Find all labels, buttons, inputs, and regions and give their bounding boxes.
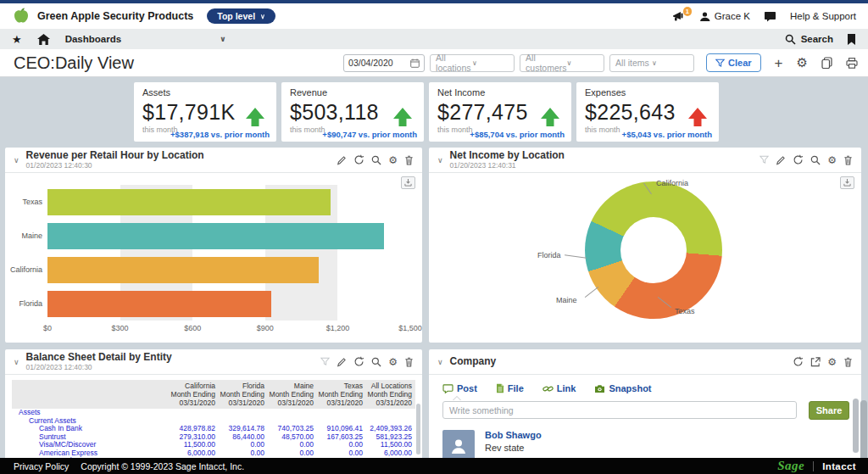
add-component-button[interactable]: +	[775, 56, 783, 70]
account-value[interactable]: 0.00	[268, 449, 317, 458]
kpi-card-net-income[interactable]: Net Income $277,475 this month +$85,704 …	[429, 82, 571, 142]
copy-dashboard-icon[interactable]	[821, 57, 832, 69]
settings-gear-icon[interactable]: ⚙	[388, 356, 398, 368]
delete-trash-icon[interactable]	[404, 155, 414, 165]
kpi-card-assets[interactable]: Assets $17,791K this month +$387,918 vs.…	[134, 82, 276, 142]
account-value[interactable]	[366, 409, 415, 417]
locations-filter-select[interactable]: All locations ∨	[430, 54, 515, 72]
account-value[interactable]: 428,978.82	[170, 425, 219, 433]
account-value[interactable]: 0.00	[268, 441, 317, 449]
settings-gear-icon[interactable]: ⚙	[827, 154, 837, 166]
account-value[interactable]: 0.00	[317, 441, 366, 449]
customers-filter-select[interactable]: All customers ∨	[520, 54, 604, 72]
account-value[interactable]: 167,603.25	[317, 433, 366, 442]
account-value[interactable]: 11,500.00	[170, 441, 219, 449]
bar-maine[interactable]	[47, 223, 384, 249]
account-value[interactable]: 329,614.78	[219, 425, 268, 433]
refresh-icon[interactable]	[353, 154, 364, 165]
announcements-icon[interactable]: 1	[672, 10, 686, 22]
home-icon[interactable]	[37, 34, 50, 45]
account-value[interactable]	[366, 417, 415, 426]
date-input[interactable]: 03/04/2020	[343, 54, 425, 72]
bookmark-icon[interactable]	[847, 34, 856, 45]
share-button[interactable]: Share	[809, 401, 849, 420]
favorites-star-icon[interactable]: ★	[12, 33, 22, 46]
account-value[interactable]	[268, 409, 317, 417]
refresh-icon[interactable]	[793, 356, 804, 367]
filter-funnel-icon[interactable]	[320, 357, 330, 366]
donut-chart[interactable]	[585, 181, 722, 319]
chat-icon[interactable]	[764, 11, 776, 22]
zoom-magnifier-icon[interactable]	[371, 357, 381, 367]
account-value[interactable]	[170, 417, 219, 426]
zoom-magnifier-icon[interactable]	[810, 155, 821, 165]
account-value[interactable]	[170, 409, 219, 417]
bar-florida[interactable]	[47, 291, 271, 317]
account-value[interactable]: 11,500.00	[366, 441, 415, 449]
edit-pencil-icon[interactable]	[776, 155, 786, 165]
account-label-link[interactable]: American Express	[12, 449, 170, 458]
account-label-link[interactable]: Current Assets	[12, 417, 170, 426]
table-scrollbar[interactable]	[416, 404, 420, 454]
entity-selector-button[interactable]: Top level ∨	[207, 8, 275, 24]
account-value[interactable]: 86,440.00	[219, 433, 268, 442]
kpi-card-expenses[interactable]: Expenses $225,643 this month +$5,043 vs.…	[576, 82, 719, 142]
edit-pencil-icon[interactable]	[337, 357, 347, 367]
items-filter-select[interactable]: All items ∨	[609, 54, 694, 72]
settings-gear-icon[interactable]: ⚙	[388, 154, 398, 166]
account-value[interactable]	[268, 417, 317, 426]
help-support-link[interactable]: Help & Support	[790, 11, 856, 21]
account-value[interactable]: 740,703.25	[268, 425, 317, 433]
account-value[interactable]: 2,409,393.26	[366, 425, 415, 433]
refresh-icon[interactable]	[793, 154, 804, 165]
collapse-chevron-icon[interactable]: ∨	[14, 358, 19, 366]
account-value[interactable]: 6,000.00	[366, 449, 415, 458]
account-value[interactable]: 910,096.41	[317, 425, 366, 433]
bar-texas[interactable]	[47, 189, 331, 215]
edit-pencil-icon[interactable]	[337, 155, 347, 165]
feed-author-link[interactable]: Bob Shawgo	[485, 430, 542, 440]
account-value[interactable]: 581,923.25	[366, 433, 415, 442]
tab-snapshot[interactable]: Snapshot	[594, 383, 651, 393]
user-menu[interactable]: Grace K	[699, 11, 750, 22]
account-label-link[interactable]: Cash In Bank	[12, 425, 170, 433]
write-something-input[interactable]	[442, 401, 797, 419]
download-chart-icon[interactable]	[840, 176, 854, 189]
account-value[interactable]	[317, 417, 366, 426]
settings-gear-icon[interactable]: ⚙	[797, 55, 808, 70]
delete-trash-icon[interactable]	[843, 357, 853, 367]
account-value[interactable]	[219, 417, 268, 426]
filter-funnel-icon[interactable]	[760, 155, 769, 165]
account-label-link[interactable]: Visa/MC/Discover	[12, 441, 170, 449]
account-value[interactable]: 279,310.00	[170, 433, 219, 442]
open-external-icon[interactable]	[810, 357, 821, 367]
collapse-chevron-icon[interactable]: ∨	[437, 358, 443, 366]
search-button[interactable]: Search	[785, 34, 833, 45]
account-value[interactable]	[317, 409, 366, 417]
account-value[interactable]: 0.00	[317, 449, 366, 458]
zoom-magnifier-icon[interactable]	[371, 155, 381, 165]
print-icon[interactable]	[846, 58, 858, 69]
delete-trash-icon[interactable]	[404, 357, 414, 367]
tab-file[interactable]: File	[496, 383, 524, 393]
tab-link[interactable]: Link	[542, 383, 576, 393]
collapse-chevron-icon[interactable]: ∨	[14, 156, 19, 165]
bar-california[interactable]	[47, 257, 319, 283]
account-value[interactable]: 48,570.00	[268, 433, 317, 442]
delete-trash-icon[interactable]	[843, 155, 853, 165]
nav-dashboards[interactable]: Dashboards ∨	[65, 34, 226, 44]
account-value[interactable]	[219, 409, 268, 417]
tab-post[interactable]: Post	[442, 383, 477, 393]
refresh-icon[interactable]	[353, 356, 364, 367]
account-value[interactable]: 0.00	[219, 449, 268, 458]
kpi-card-revenue[interactable]: Revenue $503,118 this month +$90,747 vs.…	[281, 82, 424, 142]
company-scrollbar[interactable]	[853, 399, 859, 453]
account-value[interactable]: 0.00	[219, 441, 268, 449]
account-value[interactable]: 6,000.00	[170, 449, 219, 458]
settings-gear-icon[interactable]: ⚙	[827, 356, 837, 368]
account-label-link[interactable]: Assets	[12, 409, 170, 417]
account-label-link[interactable]: Suntrust	[12, 433, 170, 442]
privacy-policy-link[interactable]: Privacy Policy	[14, 461, 69, 471]
collapse-chevron-icon[interactable]: ∨	[437, 156, 443, 165]
clear-filters-button[interactable]: Clear	[706, 53, 761, 72]
